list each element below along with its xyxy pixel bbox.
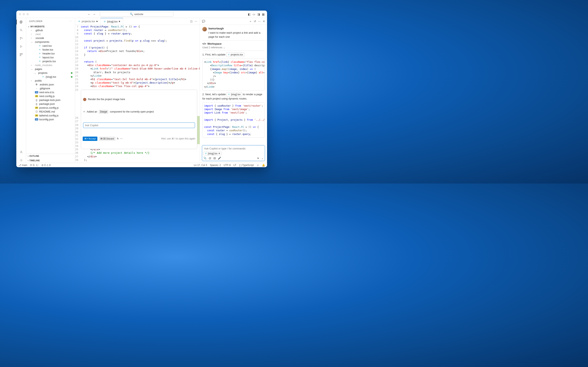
file-label: [slug].tsx (46, 75, 56, 78)
source-control-icon[interactable] (19, 36, 24, 41)
tree-item-next-config-js[interactable]: JSnext.config.js (27, 94, 75, 98)
layout-sidebar-left-icon[interactable]: ◧ (248, 13, 251, 16)
tree-item-README-md[interactable]: ⓘREADME.md (27, 110, 75, 114)
chat-input[interactable] (203, 147, 264, 150)
send-dropdown-icon[interactable]: ⌄ (261, 157, 264, 160)
project-folder-header[interactable]: ⌄ MY-WEBSITE (26, 25, 75, 28)
tab-slug[interactable]: ⚛ [slug].tsx (101, 18, 123, 25)
tree-item--vscode[interactable]: ›.vscode (27, 36, 75, 40)
activity-bar (16, 18, 26, 163)
send-icon[interactable]: ➤ (257, 157, 259, 160)
chevron-right-icon: › (28, 159, 29, 162)
tree-item-components[interactable]: ⌄components (27, 40, 75, 44)
vscode-window: ← → 🔍 website ◧ ▭ ◨ ▦ EXPLO (16, 11, 267, 167)
cursor-position[interactable]: Ln 17, Col 3 (194, 164, 207, 167)
accept-button[interactable]: ⌘⏎ Accept (83, 137, 97, 141)
language-mode[interactable]: { } TypeScript (239, 164, 254, 167)
tree-item-package-lock-json[interactable]: {}package-lock.json (27, 98, 75, 102)
file-label: package-lock.json (39, 99, 61, 101)
tree-item-header-tsx[interactable]: ⚛header.tsx (27, 52, 75, 55)
discard-button[interactable]: ⌘⌫ Discard (99, 137, 116, 141)
timeline-header[interactable]: ›TIMELINE (26, 158, 75, 163)
feedback-icon[interactable]: ☺ (257, 164, 259, 167)
branch-indicator[interactable]: ⎇ main (18, 164, 27, 167)
chevron-down-icon: ⌄ (223, 46, 225, 49)
slash-command-icon[interactable]: ▤ (213, 157, 216, 160)
eol[interactable]: LF (233, 164, 236, 167)
tree-item--github[interactable]: ›.github (27, 28, 75, 32)
more-icon[interactable]: ⋯ (120, 137, 122, 141)
split-editor-icon[interactable]: ◫ (190, 20, 192, 23)
tab-projects[interactable]: ⚛ projects.tsx (75, 18, 101, 25)
layout-sidebar-right-icon[interactable]: ◨ (257, 13, 260, 16)
debug-icon[interactable] (19, 44, 24, 49)
tree-item-tsconfig-json[interactable]: TStsconfig.json (27, 117, 75, 121)
chevron-icon: ⌄ (31, 68, 34, 70)
history-icon[interactable]: ↺ (254, 20, 256, 23)
tree-item-footer-tsx[interactable]: ⚛footer.tsx (27, 48, 75, 52)
tree-item--gitignore[interactable]: ◦.gitignore (27, 86, 75, 90)
tree-item-projects[interactable]: ⌄projects (27, 71, 75, 75)
bell-icon[interactable]: 🔔 (262, 164, 265, 167)
more-actions-icon[interactable]: ⋯ (69, 20, 72, 23)
remove-chip-icon[interactable]: ✕ (218, 152, 220, 155)
chat-icon[interactable]: 💬 (202, 20, 205, 23)
status-bar: ⎇ main ⟳ 0↓ 1↑ ⊘ 0 ⚠ 0 Ln 17, Col 3 Spac… (16, 163, 267, 167)
project-name: MY-WEBSITE (30, 25, 45, 28)
outline-label: OUTLINE (29, 155, 39, 157)
file-chip[interactable]: ⚛[slug].tsx (226, 92, 242, 97)
svg-marker-7 (20, 45, 22, 48)
code-block[interactable]: import { useRouter } from 'next/router';… (202, 102, 265, 138)
encoding[interactable]: UTF-8 (224, 164, 231, 167)
mention-icon[interactable]: @ (209, 157, 211, 160)
tree-item-next-env-d-ts[interactable]: TSnext-env.d.ts (27, 90, 75, 94)
step-text: 2. Next, let's update (202, 93, 226, 96)
file-label: .vscode (35, 36, 44, 40)
explorer-icon[interactable] (19, 20, 24, 25)
close-icon[interactable]: ✕ (263, 20, 265, 23)
new-chat-icon[interactable]: ＋ (249, 20, 252, 23)
tree-item-tailwind-config-js[interactable]: JStailwind.config.js (27, 114, 75, 117)
inline-result-chip: Image (99, 110, 108, 114)
tree-item-public[interactable]: ›public (27, 79, 75, 83)
layout-panel-bottom-icon[interactable]: ▭ (252, 13, 255, 16)
account-icon[interactable] (19, 150, 24, 155)
regenerate-icon[interactable]: ↻ (117, 137, 119, 141)
react-file-icon: ⚛ (228, 92, 230, 96)
command-center[interactable]: 🔍 website (100, 12, 173, 17)
nav-forward-icon[interactable]: → (93, 12, 96, 16)
mic-icon[interactable]: 🎤 (218, 157, 221, 160)
problems-indicator[interactable]: ⊘ 0 ⚠ 0 (42, 164, 51, 167)
tree-item--slug-tsx[interactable]: ⚛[slug].tsx (27, 75, 75, 79)
code-block[interactable]: <Link href={link} className="flex flex-c… (202, 58, 265, 91)
references-toggle[interactable]: Used 2 references⌄ (202, 46, 265, 49)
attach-icon[interactable]: 📎 (203, 157, 207, 160)
nav-back-icon[interactable]: ← (87, 12, 91, 16)
chevron-right-icon: › (28, 155, 29, 157)
tree-item-package-json[interactable]: {}package.json (27, 102, 75, 106)
tree-item-layout-tsx[interactable]: ⚛layout.tsx (27, 55, 75, 59)
indentation[interactable]: Spaces: 2 (210, 164, 221, 167)
inline-chat-input[interactable] (83, 123, 195, 128)
layout-customize-icon[interactable]: ▦ (262, 13, 265, 16)
settings-gear-icon[interactable] (19, 158, 24, 163)
sync-indicator[interactable]: ⟳ 0↓ 1↑ (30, 164, 39, 167)
extensions-icon[interactable] (19, 52, 24, 57)
tree-item-projects-tsx[interactable]: ⚛projects.tsx (27, 59, 75, 63)
tree-item--next[interactable]: ›.next (27, 32, 75, 36)
chat-username: bamurtaugh (208, 27, 265, 30)
outline-header[interactable]: ›OUTLINE (26, 154, 75, 158)
search-panel-icon[interactable] (19, 28, 24, 33)
editor-more-icon[interactable]: ⋯ (195, 20, 197, 23)
context-chip[interactable]: ⚛[slug].tsx ✕ (203, 152, 222, 155)
chat-more-icon[interactable]: ⋯ (258, 20, 261, 23)
file-chip[interactable]: ⚛projects.tsx (226, 52, 245, 57)
tree-item-card-tsx[interactable]: ⚛card.tsx (27, 44, 75, 48)
file-label: postcss.config.js (39, 106, 59, 109)
tree-item-postcss-config-js[interactable]: JSpostcss.config.js (27, 106, 75, 110)
tree-item--eslintrc-json[interactable]: ⚙.eslintrc.json (27, 83, 75, 86)
tree-item-node-modules[interactable]: ›node_modules (27, 63, 75, 67)
tree-item-pages[interactable]: ⌄pages (27, 67, 75, 71)
code-editor[interactable]: 7891011121314151617181920212223242526272… (75, 25, 200, 163)
window-controls[interactable] (19, 13, 29, 15)
